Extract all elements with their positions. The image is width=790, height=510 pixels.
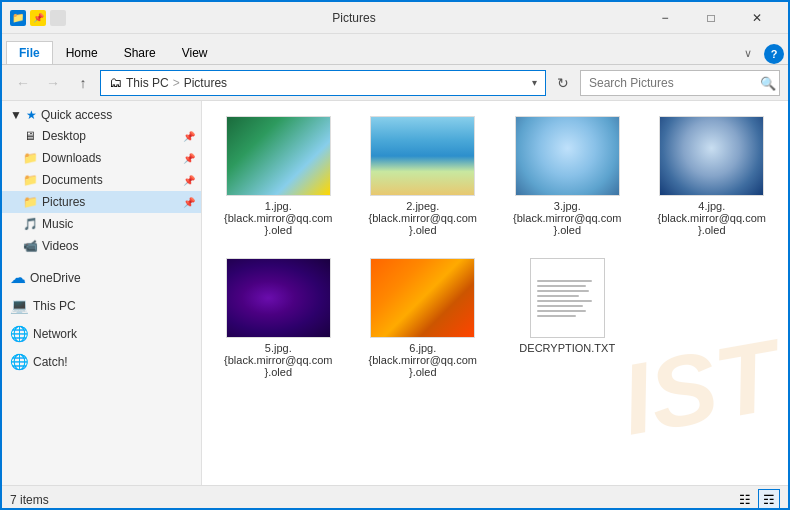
help-button[interactable]: ? — [764, 44, 784, 64]
quick-access-expand-icon: ▼ — [10, 108, 22, 122]
path-pictures: Pictures — [184, 76, 227, 90]
videos-icon: 📹 — [22, 238, 38, 254]
path-icon: 🗂 — [109, 75, 122, 90]
up-button[interactable]: ↑ — [70, 70, 96, 96]
app-icon-extra — [50, 10, 66, 26]
file-item-5[interactable]: 5.jpg.{black.mirror@qq.com}.oled — [210, 251, 347, 385]
network-item[interactable]: 🌐 Network — [2, 322, 201, 346]
desktop-icon: 🖥 — [22, 128, 38, 144]
path-this-pc: This PC — [126, 76, 169, 90]
title-bar-icons: 📁 📌 — [10, 10, 66, 26]
address-path[interactable]: 🗂 This PC > Pictures ▾ — [100, 70, 546, 96]
sidebar-item-desktop[interactable]: 🖥 Desktop 📌 — [2, 125, 201, 147]
item-count: 7 items — [10, 493, 49, 507]
downloads-icon: 📁 — [22, 150, 38, 166]
quick-access-header[interactable]: ▼ ★ Quick access — [2, 105, 201, 125]
tiles-view-button[interactable]: ☶ — [758, 489, 780, 511]
onedrive-label: OneDrive — [30, 271, 81, 285]
search-wrapper: 🔍 — [580, 70, 780, 96]
search-input[interactable] — [580, 70, 780, 96]
file-thumb-txt — [530, 258, 605, 338]
app-icon-pin: 📌 — [30, 10, 46, 26]
catch-icon: 🌐 — [10, 353, 29, 371]
file-name-2: 2.jpeg.{black.mirror@qq.com}.oled — [368, 200, 478, 236]
details-view-button[interactable]: ☷ — [734, 489, 756, 511]
back-button[interactable]: ← — [10, 70, 36, 96]
file-item-3[interactable]: 3.jpg.{black.mirror@qq.com}.oled — [499, 109, 636, 243]
music-icon: 🎵 — [22, 216, 38, 232]
sidebar: ▼ ★ Quick access 🖥 Desktop 📌 📁 Downloads… — [2, 101, 202, 485]
file-thumb-4 — [659, 116, 764, 196]
window-title: Pictures — [66, 11, 642, 25]
file-area-wrapper: 1.jpg.{black.mirror@qq.com}.oled 2.jpeg.… — [202, 101, 788, 485]
main-area: ▼ ★ Quick access 🖥 Desktop 📌 📁 Downloads… — [2, 101, 788, 485]
path-sep-1: > — [173, 76, 180, 90]
view-controls: ☷ ☶ — [734, 489, 780, 511]
sidebar-item-documents[interactable]: 📁 Documents 📌 — [2, 169, 201, 191]
file-item-2[interactable]: 2.jpeg.{black.mirror@qq.com}.oled — [355, 109, 492, 243]
status-bar: 7 items ☷ ☶ — [2, 485, 788, 510]
quick-access-label: Quick access — [41, 108, 112, 122]
sidebar-item-downloads[interactable]: 📁 Downloads 📌 — [2, 147, 201, 169]
sidebar-downloads-label: Downloads — [42, 151, 101, 165]
sidebar-item-videos[interactable]: 📹 Videos — [2, 235, 201, 257]
file-area: 1.jpg.{black.mirror@qq.com}.oled 2.jpeg.… — [202, 101, 788, 393]
app-icon-folder: 📁 — [10, 10, 26, 26]
documents-icon: 📁 — [22, 172, 38, 188]
catch-item[interactable]: 🌐 Catch! — [2, 350, 201, 374]
file-name-4: 4.jpg.{black.mirror@qq.com}.oled — [657, 200, 767, 236]
file-item-7[interactable]: DECRYPTION.TXT — [499, 251, 636, 385]
sidebar-desktop-label: Desktop — [42, 129, 86, 143]
files-grid: 1.jpg.{black.mirror@qq.com}.oled 2.jpeg.… — [210, 109, 780, 385]
minimize-button[interactable]: − — [642, 2, 688, 34]
tab-file[interactable]: File — [6, 41, 53, 64]
address-bar: ← → ↑ 🗂 This PC > Pictures ▾ ↻ 🔍 — [2, 65, 788, 101]
sidebar-videos-label: Videos — [42, 239, 78, 253]
close-button[interactable]: ✕ — [734, 2, 780, 34]
file-item-6[interactable]: 6.jpg.{black.mirror@qq.com}.oled — [355, 251, 492, 385]
sidebar-pictures-label: Pictures — [42, 195, 85, 209]
onedrive-item[interactable]: ☁ OneDrive — [2, 265, 201, 290]
search-button[interactable]: 🔍 — [760, 75, 776, 90]
title-controls: − □ ✕ — [642, 2, 780, 34]
file-name-7: DECRYPTION.TXT — [519, 342, 615, 354]
file-item-4[interactable]: 4.jpg.{black.mirror@qq.com}.oled — [644, 109, 781, 243]
file-name-1: 1.jpg.{black.mirror@qq.com}.oled — [223, 200, 333, 236]
quick-access-section: ▼ ★ Quick access 🖥 Desktop 📌 📁 Downloads… — [2, 105, 201, 257]
file-thumb-1 — [226, 116, 331, 196]
file-thumb-6 — [370, 258, 475, 338]
thispc-item[interactable]: 💻 This PC — [2, 294, 201, 318]
quick-access-star-icon: ★ — [26, 108, 37, 122]
sidebar-item-pictures[interactable]: 📁 Pictures 📌 — [2, 191, 201, 213]
file-item-1[interactable]: 1.jpg.{black.mirror@qq.com}.oled — [210, 109, 347, 243]
sidebar-music-label: Music — [42, 217, 73, 231]
thispc-icon: 💻 — [10, 297, 29, 315]
ribbon-chevron[interactable]: ∨ — [736, 43, 760, 64]
downloads-pin-icon: 📌 — [183, 153, 195, 164]
catch-label: Catch! — [33, 355, 68, 369]
file-thumb-2 — [370, 116, 475, 196]
network-icon: 🌐 — [10, 325, 29, 343]
pictures-pin-icon: 📌 — [183, 197, 195, 208]
file-name-6: 6.jpg.{black.mirror@qq.com}.oled — [368, 342, 478, 378]
tab-share[interactable]: Share — [111, 41, 169, 64]
sidebar-item-music[interactable]: 🎵 Music — [2, 213, 201, 235]
network-label: Network — [33, 327, 77, 341]
desktop-pin-icon: 📌 — [183, 131, 195, 142]
refresh-button[interactable]: ↻ — [550, 70, 576, 96]
documents-pin-icon: 📌 — [183, 175, 195, 186]
pictures-icon: 📁 — [22, 194, 38, 210]
onedrive-icon: ☁ — [10, 268, 26, 287]
maximize-button[interactable]: □ — [688, 2, 734, 34]
tab-view[interactable]: View — [169, 41, 221, 64]
title-bar: 📁 📌 Pictures − □ ✕ — [2, 2, 788, 34]
file-thumb-5 — [226, 258, 331, 338]
thispc-label: This PC — [33, 299, 76, 313]
sidebar-documents-label: Documents — [42, 173, 103, 187]
file-thumb-3 — [515, 116, 620, 196]
forward-button[interactable]: → — [40, 70, 66, 96]
tab-home[interactable]: Home — [53, 41, 111, 64]
file-name-5: 5.jpg.{black.mirror@qq.com}.oled — [223, 342, 333, 378]
ribbon-tabs: File Home Share View ∨ ? — [2, 34, 788, 64]
path-dropdown-icon[interactable]: ▾ — [532, 77, 537, 88]
